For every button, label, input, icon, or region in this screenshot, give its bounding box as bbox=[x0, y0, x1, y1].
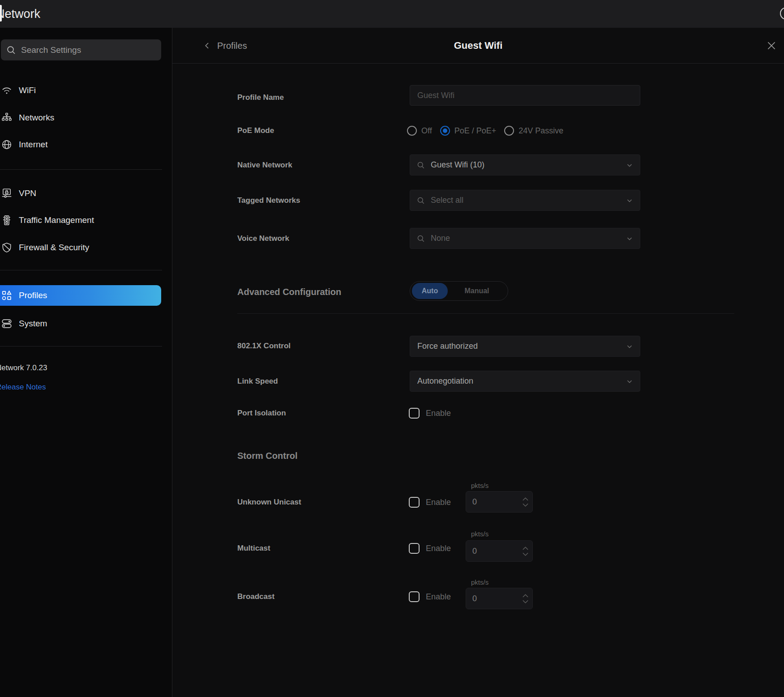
sidebar-item-label: Firewall & Security bbox=[19, 243, 89, 252]
port-isolation-checkbox[interactable] bbox=[409, 408, 420, 419]
top-bar: Network bbox=[0, 0, 784, 28]
chevron-down-icon bbox=[625, 377, 634, 385]
port-isolation-label: Port Isolation bbox=[237, 409, 286, 418]
sidebar-divider bbox=[0, 346, 162, 346]
tagged-networks-dropdown[interactable]: Select all bbox=[410, 190, 640, 211]
enable-label: Enable bbox=[426, 498, 451, 507]
broadcast-rate-field bbox=[466, 588, 533, 609]
sidebar-item-firewall-security[interactable]: Firewall & Security bbox=[0, 241, 161, 254]
sidebar-item-label: VPN bbox=[19, 188, 36, 198]
globe-icon bbox=[1, 139, 13, 150]
chevron-down-icon bbox=[625, 161, 634, 169]
chevron-down-icon bbox=[625, 197, 634, 205]
profile-panel: Guest Wifi Profiles Profile Name PoE Mod… bbox=[172, 28, 784, 697]
multicast-unit: pkts/s bbox=[471, 530, 488, 538]
sidebar-item-system[interactable]: System bbox=[0, 317, 161, 330]
enable-label: Enable bbox=[426, 592, 451, 602]
shield-icon bbox=[1, 242, 13, 253]
profile-name-field bbox=[410, 85, 640, 106]
toggle-option-manual[interactable]: Manual bbox=[448, 283, 506, 299]
advanced-configuration-toggle: Auto Manual bbox=[410, 281, 508, 301]
search-settings-box[interactable] bbox=[1, 39, 161, 60]
release-notes-link[interactable]: Release Notes bbox=[0, 383, 46, 392]
poe-mode-radio-group: Off PoE / PoE+ 24V Passive bbox=[407, 126, 563, 136]
tagged-networks-value: Select all bbox=[431, 196, 463, 205]
chevron-left-icon bbox=[203, 41, 212, 50]
tagged-networks-label: Tagged Networks bbox=[237, 196, 300, 205]
profile-name-input[interactable] bbox=[410, 86, 640, 105]
account-avatar-icon[interactable] bbox=[780, 7, 784, 20]
system-toggles-icon bbox=[1, 318, 13, 329]
unknown-unicast-rate-input[interactable] bbox=[466, 492, 517, 512]
multicast-stepper[interactable] bbox=[523, 541, 528, 561]
profiles-shapes-icon bbox=[1, 290, 13, 301]
poe-option-poe[interactable]: PoE / PoE+ bbox=[440, 126, 497, 136]
search-icon bbox=[416, 234, 425, 243]
link-speed-label: Link Speed bbox=[237, 377, 278, 386]
chevron-down-icon bbox=[625, 235, 634, 243]
dot1x-control-dropdown[interactable]: Force authorized bbox=[410, 336, 640, 357]
sidebar-divider bbox=[0, 270, 162, 270]
poe-option-off[interactable]: Off bbox=[407, 126, 432, 136]
close-icon bbox=[766, 40, 777, 51]
advanced-configuration-heading: Advanced Configuration bbox=[237, 287, 341, 297]
multicast-label: Multicast bbox=[237, 544, 270, 553]
native-network-label: Native Network bbox=[237, 161, 292, 170]
caret-down-icon bbox=[523, 503, 528, 507]
panel-header: Guest Wifi Profiles bbox=[172, 28, 784, 64]
toggle-option-auto[interactable]: Auto bbox=[412, 283, 448, 299]
back-label: Profiles bbox=[217, 41, 247, 51]
radio-label: 24V Passive bbox=[518, 126, 563, 136]
broadcast-stepper[interactable] bbox=[523, 588, 528, 609]
sidebar-item-label: Networks bbox=[19, 113, 54, 123]
unknown-unicast-unit: pkts/s bbox=[471, 482, 488, 489]
chevron-down-icon bbox=[625, 342, 634, 351]
sidebar-item-label: WiFi bbox=[19, 86, 36, 95]
app-version: Network 7.0.23 bbox=[0, 363, 47, 372]
sidebar-item-vpn[interactable]: VPN bbox=[0, 187, 161, 200]
voice-network-dropdown[interactable]: None bbox=[410, 228, 640, 249]
caret-down-icon bbox=[523, 552, 528, 556]
multicast-rate-field bbox=[466, 540, 533, 562]
link-speed-value: Autonegotiation bbox=[417, 376, 473, 386]
poe-option-24v-passive[interactable]: 24V Passive bbox=[504, 126, 563, 136]
networks-icon bbox=[1, 112, 13, 124]
native-network-dropdown[interactable]: Guest Wifi (10) bbox=[410, 154, 640, 175]
native-network-value: Guest Wifi (10) bbox=[431, 160, 484, 170]
radio-selected-icon bbox=[440, 126, 450, 136]
radio-label: PoE / PoE+ bbox=[454, 126, 497, 136]
storm-control-heading: Storm Control bbox=[237, 451, 297, 461]
close-button[interactable] bbox=[765, 39, 778, 52]
multicast-rate-input[interactable] bbox=[466, 541, 517, 561]
dot1x-control-label: 802.1X Control bbox=[237, 342, 291, 351]
unknown-unicast-stepper[interactable] bbox=[523, 492, 528, 512]
back-to-profiles-button[interactable]: Profiles bbox=[203, 28, 247, 64]
caret-up-icon bbox=[523, 594, 528, 598]
broadcast-checkbox[interactable] bbox=[409, 591, 420, 602]
unknown-unicast-checkbox[interactable] bbox=[409, 497, 420, 508]
broadcast-unit: pkts/s bbox=[471, 578, 488, 586]
broadcast-rate-input[interactable] bbox=[466, 588, 517, 609]
caret-down-icon bbox=[523, 600, 528, 603]
unknown-unicast-rate-field bbox=[466, 491, 533, 513]
sidebar-item-label: Profiles bbox=[19, 291, 47, 300]
profile-name-label: Profile Name bbox=[237, 93, 284, 102]
caret-up-icon bbox=[523, 497, 528, 501]
multicast-checkbox[interactable] bbox=[409, 543, 420, 554]
search-icon bbox=[6, 45, 17, 56]
search-icon bbox=[416, 196, 425, 205]
voice-network-label: Voice Network bbox=[237, 234, 289, 243]
sidebar-item-networks[interactable]: Networks bbox=[0, 111, 161, 124]
section-divider bbox=[237, 313, 734, 314]
page-title: Guest Wifi bbox=[172, 28, 784, 64]
sidebar-item-wifi[interactable]: WiFi bbox=[0, 84, 161, 97]
sidebar-item-traffic-management[interactable]: Traffic Management bbox=[0, 214, 161, 227]
app-window: Network WiFi Networks Internet bbox=[0, 0, 784, 697]
link-speed-dropdown[interactable]: Autonegotiation bbox=[410, 371, 640, 392]
search-input[interactable] bbox=[20, 45, 147, 56]
sidebar-divider bbox=[0, 169, 162, 170]
broadcast-label: Broadcast bbox=[237, 592, 274, 601]
caret-up-icon bbox=[523, 547, 528, 550]
sidebar-item-profiles[interactable]: Profiles bbox=[0, 285, 161, 306]
sidebar-item-internet[interactable]: Internet bbox=[0, 138, 161, 151]
